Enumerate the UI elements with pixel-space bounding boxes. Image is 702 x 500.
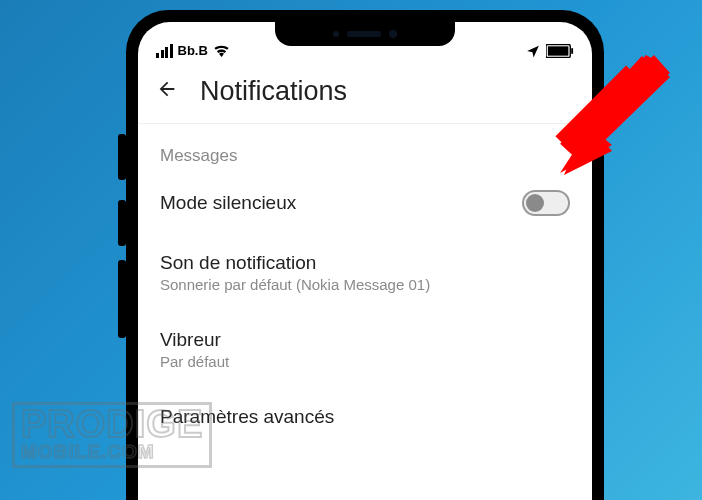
page-header: Notifications (138, 62, 592, 124)
section-label: Messages (138, 124, 592, 172)
phone-side-button (118, 260, 126, 338)
phone-notch (275, 22, 455, 46)
setting-subtitle: Sonnerie par défaut (Nokia Message 01) (160, 276, 570, 293)
svg-rect-1 (548, 46, 569, 55)
back-button[interactable] (156, 78, 178, 106)
watermark: PRODIGE MOBILE.COM (12, 402, 212, 468)
setting-title: Vibreur (160, 329, 570, 351)
location-icon (526, 44, 540, 58)
toggle-knob (526, 194, 544, 212)
battery-icon (546, 44, 574, 58)
watermark-line1: PRODIGE (21, 407, 203, 441)
carrier-label: Bb.B (178, 43, 208, 58)
setting-notification-sound[interactable]: Son de notification Sonnerie par défaut … (138, 234, 592, 311)
signal-icon (156, 44, 173, 58)
wifi-icon (213, 44, 230, 57)
setting-silent-mode[interactable]: Mode silencieux (138, 172, 592, 234)
setting-title: Son de notification (160, 252, 570, 274)
arrow-left-icon (156, 78, 178, 100)
phone-side-button (118, 200, 126, 246)
setting-title: Mode silencieux (160, 192, 522, 214)
phone-side-button (118, 134, 126, 180)
silent-mode-toggle[interactable] (522, 190, 570, 216)
setting-subtitle: Par défaut (160, 353, 570, 370)
svg-rect-2 (571, 48, 573, 54)
setting-title: Paramètres avancés (160, 406, 570, 428)
setting-vibrate[interactable]: Vibreur Par défaut (138, 311, 592, 388)
page-title: Notifications (200, 76, 347, 107)
